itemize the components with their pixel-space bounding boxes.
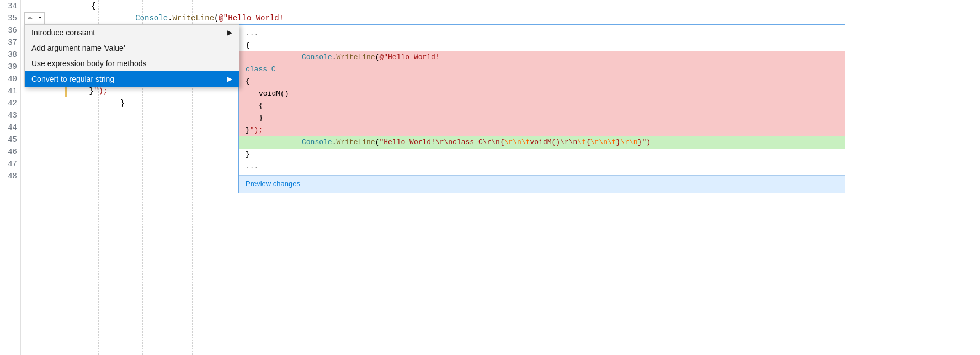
line-num-45: 45 <box>0 134 17 146</box>
lightbulb-button[interactable]: ✏️ <box>24 12 36 24</box>
preview-line-5: { <box>239 76 845 88</box>
preview-line-1: ... <box>239 27 845 39</box>
dropdown-arrow-icon: ▾ <box>38 12 41 24</box>
line-num-36: 36 <box>0 24 17 36</box>
preview-line-8: } <box>239 112 845 124</box>
menu-item-introduce-constant-arrow: ▶ <box>227 27 232 39</box>
line-num-41: 41 <box>0 85 17 97</box>
menu-item-add-argument[interactable]: Add argument name 'value' <box>25 40 239 56</box>
preview-line-12: ... <box>239 161 845 173</box>
line-num-34: 34 <box>0 0 17 12</box>
menu-item-introduce-constant-label: Introduce constant <box>31 27 95 39</box>
preview-footer: Preview changes <box>239 175 845 193</box>
menu-item-add-argument-label: Add argument name 'value' <box>31 42 125 54</box>
menu-item-convert-string-arrow: ▶ <box>227 73 232 85</box>
preview-line-6: voidM() <box>239 88 845 100</box>
context-menu: Introduce constant ▶ Add argument name '… <box>24 24 239 87</box>
lightbulb-dropdown-button[interactable]: ▾ <box>36 12 45 24</box>
line-num-46: 46 <box>0 146 17 158</box>
line-num-40: 40 <box>0 73 17 85</box>
preview-line-3: Console.WriteLine(@"Hello World! <box>239 51 845 63</box>
line-num-42: 42 <box>0 97 17 109</box>
line-num-35: 35 <box>0 12 17 24</box>
line-num-44: 44 <box>0 121 17 134</box>
lightbulb-icon: ✏️ <box>28 12 33 24</box>
menu-item-convert-string[interactable]: Convert to regular string ▶ <box>25 71 239 87</box>
preview-line-7: { <box>239 100 845 112</box>
code-line-35: Console.WriteLine(@"Hello World! <box>21 12 980 24</box>
line-num-43: 43 <box>0 109 17 121</box>
preview-line-10: Console.WriteLine("Hello World!\r\nclass… <box>239 136 845 149</box>
line-num-48: 48 <box>0 170 17 182</box>
preview-popup: ... { Console.WriteLine(@"Hello World! c… <box>238 24 845 193</box>
menu-item-introduce-constant[interactable]: Introduce constant ▶ <box>25 25 239 40</box>
menu-item-expression-body-label: Use expression body for methods <box>31 57 147 70</box>
preview-code-area: ... { Console.WriteLine(@"Hello World! c… <box>239 25 845 175</box>
line-num-39: 39 <box>0 61 17 73</box>
line-num-47: 47 <box>0 158 17 170</box>
line-num-38: 38 <box>0 49 17 61</box>
menu-item-expression-body[interactable]: Use expression body for methods <box>25 56 239 71</box>
line-num-37: 37 <box>0 36 17 49</box>
preview-changes-link[interactable]: Preview changes <box>246 179 300 188</box>
menu-item-convert-string-label: Convert to regular string <box>31 73 114 85</box>
line-numbers: 34 35 36 37 38 39 40 41 42 43 44 45 46 4… <box>0 0 21 355</box>
editor-area: 34 35 36 37 38 39 40 41 42 43 44 45 46 4… <box>0 0 980 355</box>
